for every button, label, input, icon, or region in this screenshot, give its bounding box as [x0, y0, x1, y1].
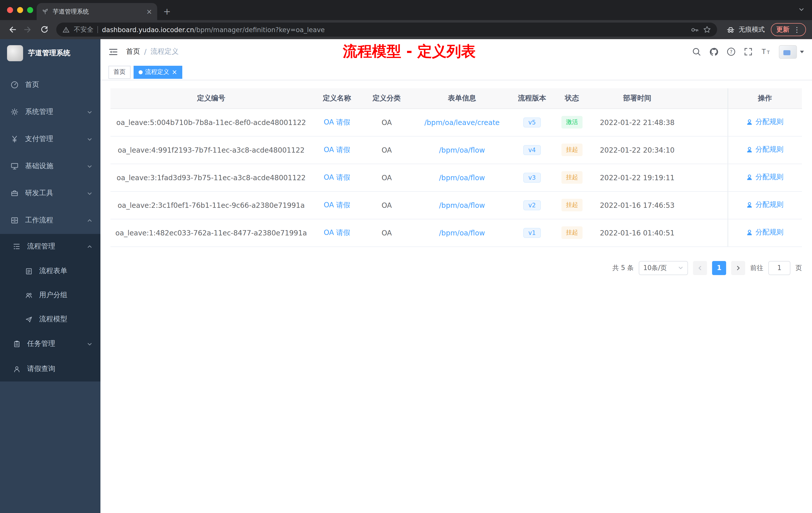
col-form-info: 表单信息: [411, 88, 513, 109]
sidebar-item-label: 系统管理: [25, 108, 53, 117]
browser-menu-icon[interactable]: ⋮: [793, 26, 801, 34]
form-link[interactable]: /bpm/oa/flow: [439, 174, 485, 181]
status-badge: 挂起: [561, 171, 582, 184]
page-content: 定义编号 定义名称 定义分类 表单信息 流程版本 状态 部署时间 操作: [100, 80, 812, 513]
sidebar-item-process-management[interactable]: 流程管理: [0, 234, 100, 259]
version-tag: v5: [523, 117, 541, 127]
sidebar-item-payment[interactable]: 支付管理: [0, 125, 100, 153]
help-icon[interactable]: ?: [727, 47, 736, 56]
breadcrumb-current: 流程定义: [150, 47, 178, 56]
definition-name-link[interactable]: OA 请假: [324, 228, 350, 236]
fullscreen-icon[interactable]: [744, 47, 753, 56]
breadcrumb-home[interactable]: 首页: [126, 47, 140, 56]
close-window-button[interactable]: [7, 7, 13, 13]
caret-down-icon: [800, 51, 804, 53]
version-tag: v2: [523, 200, 541, 210]
table-header-row: 定义编号 定义名称 定义分类 表单信息 流程版本 状态 部署时间 操作: [111, 88, 802, 109]
assign-rule-link[interactable]: 分配规则: [747, 118, 784, 127]
page-number-button[interactable]: 1: [712, 261, 726, 275]
url-divider: [97, 26, 98, 33]
screen: 芋道管理系统 × + 不安全 dashboard.yudao.iocoder.c…: [0, 0, 812, 513]
definition-name-link[interactable]: OA 请假: [324, 145, 350, 153]
version-tag: v1: [523, 228, 541, 238]
svg-text:T: T: [761, 48, 766, 56]
goto-page-input[interactable]: [768, 261, 790, 275]
cell-category: OA: [362, 136, 411, 163]
page-size-select[interactable]: 10条/页: [639, 261, 688, 275]
font-size-icon[interactable]: TT: [761, 47, 771, 56]
tag-home[interactable]: 首页: [109, 65, 130, 79]
search-icon[interactable]: [692, 47, 701, 56]
prev-page-button[interactable]: [693, 261, 707, 275]
sidebar-item-system[interactable]: 系统管理: [0, 98, 100, 125]
definition-name-link[interactable]: OA 请假: [324, 201, 350, 209]
browser-tab[interactable]: 芋道管理系统 ×: [37, 3, 157, 20]
next-page-button[interactable]: [731, 261, 745, 275]
sidebar-item-devtools[interactable]: 研发工具: [0, 180, 100, 207]
github-icon[interactable]: [709, 47, 719, 57]
reload-icon[interactable]: [37, 23, 51, 37]
url-host: dashboard.yudao.iocoder.cn: [102, 26, 194, 33]
sidebar-item-process-form[interactable]: 流程表单: [0, 259, 100, 283]
tag-process-definition[interactable]: 流程定义 ×: [134, 65, 182, 79]
tab-search-chevron-icon[interactable]: [798, 6, 805, 13]
form-link[interactable]: /bpm/oa/flow: [439, 146, 485, 154]
form-icon: [24, 267, 33, 276]
table-row: oa_leave:5:004b710b-7b8a-11ec-8ef0-acde4…: [111, 109, 802, 136]
page-size-value: 10条/页: [643, 263, 667, 272]
chevron-down-icon: [87, 190, 92, 196]
sidebar-item-leave-query[interactable]: 请假查询: [0, 356, 100, 382]
sidebar-item-infrastructure[interactable]: 基础设施: [0, 153, 100, 180]
definition-name-link[interactable]: OA 请假: [324, 173, 350, 181]
zoom-window-button[interactable]: [27, 7, 33, 13]
svg-text:?: ?: [730, 49, 732, 55]
cell-deploy-time: 2022-01-16 17:46:53: [592, 191, 682, 219]
cell-deploy-time: 2022-01-22 21:48:38: [592, 109, 682, 136]
address-bar[interactable]: 不安全 dashboard.yudao.iocoder.cn/bpm/manag…: [56, 23, 717, 37]
assign-rule-link[interactable]: 分配规则: [747, 228, 784, 237]
new-tab-button[interactable]: +: [163, 7, 171, 16]
chevron-down-icon: [678, 265, 684, 271]
cell-definition-id: oa_leave:4:991f2193-7b7f-11ec-a3c8-acde4…: [111, 136, 312, 163]
person-icon: [747, 147, 753, 153]
assign-rule-link[interactable]: 分配规则: [747, 201, 784, 210]
form-link[interactable]: /bpm/oa/flow: [439, 201, 485, 209]
sidebar-item-user-group[interactable]: 用户分组: [0, 283, 100, 307]
minimize-window-button[interactable]: [17, 7, 23, 13]
sidebar-item-label: 用户分组: [39, 291, 67, 300]
tab-close-icon[interactable]: ×: [146, 7, 152, 16]
sidebar-menu: 首页 系统管理 支付管理: [0, 67, 100, 382]
definition-table: 定义编号 定义名称 定义分类 表单信息 流程版本 状态 部署时间 操作: [111, 88, 802, 247]
definition-name-link[interactable]: OA 请假: [324, 118, 350, 126]
chevron-up-icon: [87, 218, 92, 223]
cell-category: OA: [362, 163, 411, 191]
update-chip[interactable]: 更新 ⋮: [771, 23, 806, 36]
assign-rule-link[interactable]: 分配规则: [747, 145, 784, 154]
cell-deploy-time: 2022-01-22 20:34:10: [592, 136, 682, 163]
version-tag: v4: [523, 145, 541, 155]
sidebar-item-task-management[interactable]: 任务管理: [0, 331, 100, 356]
sidebar-logo[interactable]: 芋道管理系统: [0, 39, 100, 67]
pagination-total: 共 5 条: [612, 263, 634, 272]
form-link[interactable]: /bpm/oa/leave/create: [424, 118, 500, 126]
form-link[interactable]: /bpm/oa/flow: [439, 229, 485, 237]
sidebar-item-home[interactable]: 首页: [0, 71, 100, 98]
back-icon[interactable]: [5, 23, 19, 37]
tag-close-icon[interactable]: ×: [172, 69, 177, 75]
assign-rule-link[interactable]: 分配规则: [747, 173, 784, 182]
url-text[interactable]: dashboard.yudao.iocoder.cn/bpm/manager/d…: [102, 26, 325, 33]
main-area: 首页 / 流程定义 流程模型 - 定义列表 ?: [100, 39, 812, 513]
password-key-icon[interactable]: [691, 25, 699, 34]
chevron-up-icon: [87, 244, 92, 249]
user-avatar-menu[interactable]: [779, 45, 804, 58]
sidebar-item-process-model[interactable]: 流程模型: [0, 307, 100, 331]
sidebar-item-workflow[interactable]: 工作流程: [0, 207, 100, 234]
toolbox-icon: [10, 189, 19, 198]
tree-table-icon: [12, 242, 21, 251]
bookmark-star-icon[interactable]: [703, 26, 711, 34]
sidebar-item-label: 请假查询: [27, 364, 55, 373]
person-icon: [747, 202, 753, 208]
sidebar-collapse-icon[interactable]: [109, 47, 118, 57]
favicon-plant-icon: [42, 8, 49, 15]
security-warning-icon[interactable]: [62, 26, 70, 33]
